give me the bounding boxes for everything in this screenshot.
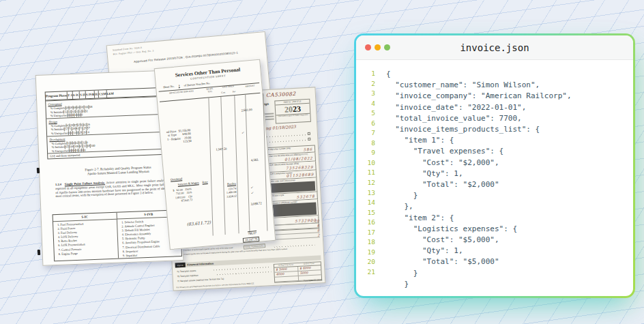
col-quantity: QUAN- TITY <box>205 88 216 94</box>
rate-label: Rate <box>202 180 207 184</box>
traffic-lights <box>365 44 390 50</box>
figure-2-8-caption: Figure 2-8. Most Critical Items Apollo-S… <box>49 263 183 266</box>
line-number: 13 <box>362 188 375 198</box>
check-mark: ✓ <box>251 190 254 194</box>
table-header-cell: CSM <box>98 90 106 98</box>
code-line: "Cost": "$2,000", <box>386 158 572 168</box>
check-mark: ✓ <box>250 185 254 189</box>
critical-items-table: S-IC 1. Fuel Pressurization2. Fluid Powe… <box>53 209 183 261</box>
table-header-cell: LEM <box>106 90 114 98</box>
single-point-failure-paragraph: 1.2.4 Single Point Failure Analysis. Act… <box>55 178 180 198</box>
code-line: "customer_name": "Simon Wilson", <box>386 80 572 91</box>
form-reference: Form 5500-EZ (2023) <box>304 278 322 282</box>
code-line: "total_invoice_value": 7700, <box>386 113 572 124</box>
table-header-cell: S-II <box>79 91 85 98</box>
code-line: "Qty": 1, <box>386 168 572 179</box>
code-line: { <box>386 69 572 80</box>
year-box: OMB No. 1545-0715 2023 This Form is Open… <box>274 99 311 124</box>
close-button[interactable] <box>365 44 371 50</box>
grand-total-10237: 10,237.79 <box>243 237 260 243</box>
line-number: 21 <box>362 267 375 278</box>
code-line: }, <box>386 201 572 212</box>
line-number: 17 <box>362 228 375 238</box>
band-title: Financial Information <box>187 262 214 266</box>
line-number: 15 <box>362 208 375 218</box>
fin-row-assets: 7a Total plan assets <box>177 269 196 273</box>
checkbox[interactable] <box>308 138 310 141</box>
checkbox[interactable] <box>308 132 310 135</box>
amount-3088: 3,088.72 <box>250 201 261 205</box>
line-number: 19 <box>362 248 375 258</box>
line-number: 2 <box>362 79 375 89</box>
line-number: 1 <box>362 69 375 79</box>
line-number: 4 <box>362 99 375 109</box>
code-line: "invoice_company": "American Railcorp", <box>386 91 572 102</box>
code-line: "Total": "$5,000" <box>386 256 572 267</box>
scan-speck <box>37 168 40 173</box>
line-number: 6 <box>362 119 375 129</box>
window-title: invoice.json <box>356 42 633 53</box>
code-line: "Logistics expenses": { <box>386 224 572 235</box>
code-line: "Total": "$2,000" <box>386 179 572 190</box>
document-voucher: Services Other Than Personal CONTINUATIO… <box>154 59 276 250</box>
code-line: } <box>386 190 572 201</box>
fin-row-liabilities: 7b Total plan liabilities <box>177 274 198 278</box>
minimize-button[interactable] <box>375 44 381 50</box>
line-number: 12 <box>362 178 375 188</box>
participant-count-rows: . . . . . .10. . . . . .8. . . . . .8. .… <box>273 218 320 240</box>
code-line: "Travel expenses": { <box>386 146 572 157</box>
salary-rows: $ 62.00 250% 752.00 25% 1,892.00 150 87,… <box>173 187 192 203</box>
figure-2-7-caption: Figure 2-7. Reliability and Quality Prog… <box>60 164 176 177</box>
scan-speck <box>38 250 41 255</box>
salaries-label: Salaries & Wages <box>177 181 199 186</box>
code-line: "item 1": { <box>386 135 572 146</box>
amount-1947: 1,947.50 <box>216 147 226 151</box>
line-number: 8 <box>362 138 375 149</box>
table-header-cell: S-IVB <box>85 91 95 99</box>
line-number: 10 <box>362 158 375 168</box>
check-mark: ✓ <box>241 130 245 134</box>
line-number: 18 <box>362 237 375 248</box>
code-content[interactable]: { "customer_name": "Simon Wilson", "invo… <box>386 69 572 290</box>
code-line: } <box>386 268 572 279</box>
burden-rows: 159.74 1,480.08 2,838.32 <box>226 186 237 198</box>
price-lines: nd Price $1,155.00 st Type 640.00 1 - Re… <box>166 128 192 145</box>
code-line: "Qty": 1, <box>386 246 572 256</box>
line-number: 20 <box>362 257 375 267</box>
line-number: 9 <box>362 148 375 158</box>
editor-window: invoice.json 123456789101112131415161718… <box>354 33 635 298</box>
line-number: 14 <box>362 198 375 208</box>
line-number: 5 <box>362 108 375 119</box>
title-bar[interactable]: invoice.json <box>356 35 633 60</box>
amount-2641: 2,641.00 <box>241 108 252 112</box>
line-number: 16 <box>362 218 375 228</box>
line-number: 3 <box>362 89 375 99</box>
subtotal-786: 786.07 <box>248 231 257 235</box>
table-header-cell: S-IC <box>72 91 80 99</box>
code-line: "item 2": { <box>386 213 572 224</box>
privacy-act-note: For Privacy Act and Paperwork Reduction … <box>176 282 254 289</box>
line-number: 7 <box>362 128 375 138</box>
amount-4583: 4,583. <box>251 158 259 162</box>
code-editor[interactable]: 123456789101112131415161718192021 { "cus… <box>356 60 633 290</box>
desktop-canvas: Standard Form No. 1034-A Rev. August 195… <box>0 0 644 324</box>
overhead-label: Overhead <box>171 177 182 181</box>
code-line: } <box>386 279 572 290</box>
code-line: "invoice_date": "2022-01-01", <box>386 102 572 113</box>
handwritten-total: (83,611.72) <box>186 220 211 226</box>
voucher-table-body: 2,641.00 nd Price $1,155.00 st Type 640.… <box>160 93 272 239</box>
burden-label: Burden <box>227 181 236 186</box>
table-header-cell: Program Phase <box>46 91 68 100</box>
maximize-button[interactable] <box>384 44 390 50</box>
code-line: "invoice_items_products_list": { <box>386 124 572 135</box>
line-number-gutter: 123456789101112131415161718192021 <box>362 69 375 290</box>
part-tag: Part III <box>175 263 186 268</box>
line-number: 11 <box>362 168 375 178</box>
code-line: "Cost": "$5,000", <box>386 235 572 246</box>
